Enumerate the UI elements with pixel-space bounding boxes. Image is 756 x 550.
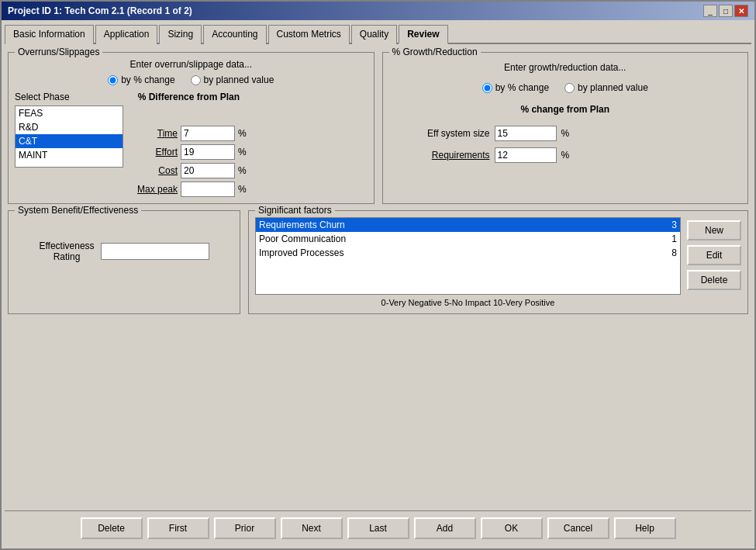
effectiveness-dropdown-wrapper (101, 243, 209, 260)
sig-item-1-name: Poor Communication (259, 233, 654, 244)
growth-radio2-label[interactable]: by planned value (564, 82, 648, 93)
growth-radio2[interactable] (564, 83, 575, 93)
tab-accounting[interactable]: Accounting (203, 25, 266, 44)
system-benefit-inner: EffectivenessRating (15, 217, 233, 285)
minimize-button[interactable]: _ (703, 5, 717, 17)
growth-radio2-text: by planned value (578, 82, 648, 93)
tab-application[interactable]: Application (95, 25, 158, 44)
phase-item-maint[interactable]: MAINT (16, 148, 123, 162)
cancel-button[interactable]: Cancel (547, 517, 609, 539)
overruns-radio2-label[interactable]: by planned value (191, 74, 274, 85)
tab-quality[interactable]: Quality (351, 25, 397, 44)
prior-button[interactable]: Prior (214, 517, 276, 539)
sig-factors-inner: Requirements Churn 3 Poor Communication … (255, 217, 741, 307)
diff-plan-label: % Difference from Plan (131, 92, 247, 102)
sig-item-2-name: Improved Processes (259, 247, 654, 258)
sig-item-2[interactable]: Improved Processes 8 (256, 246, 680, 260)
eff-system-size-label: Eff system size (405, 128, 490, 139)
growth-radio1-text: by % change (495, 82, 549, 93)
select-phase-label: Select Phase (15, 92, 123, 102)
tab-sizing[interactable]: Sizing (159, 25, 202, 44)
sig-factors-list-area: Requirements Churn 3 Poor Communication … (255, 217, 681, 307)
significant-factors-group: Significant factors Requirements Churn 3… (248, 210, 748, 314)
maxpeak-field-row: Max peak % (131, 182, 247, 197)
ok-button[interactable]: OK (481, 517, 543, 539)
tab-review[interactable]: Review (399, 25, 447, 44)
sig-item-1[interactable]: Poor Communication 1 (256, 232, 680, 246)
tab-custom-metrics[interactable]: Custom Metrics (268, 25, 350, 44)
delete-sig-button[interactable]: Delete (687, 270, 741, 290)
bottom-buttons-row: Delete First Prior Next Last Add OK Canc… (5, 510, 751, 545)
effort-input[interactable] (181, 144, 235, 160)
help-button[interactable]: Help (614, 517, 676, 539)
growth-radio1[interactable] (482, 83, 492, 93)
cost-input[interactable] (181, 163, 235, 178)
phase-item-rd[interactable]: R&D (16, 120, 123, 134)
effort-label: Effort (131, 147, 178, 157)
first-button[interactable]: First (147, 517, 209, 539)
growth-fields: Eff system size % Requirements % (389, 126, 742, 163)
requirements-label: Requirements (405, 150, 490, 161)
main-window: Project ID 1: Tech Com 2.1 (Record 1 of … (0, 0, 756, 550)
overruns-radio1-text: by % change (121, 74, 174, 85)
requirements-input[interactable] (495, 147, 557, 163)
phase-item-feas[interactable]: FEAS (16, 106, 123, 120)
sig-item-0-value: 3 (654, 220, 677, 230)
growth-group: % Growth/Reduction Enter growth/reductio… (382, 52, 749, 204)
tab-bar: Basic Information Application Sizing Acc… (5, 23, 751, 44)
time-input[interactable] (181, 126, 235, 141)
phase-list[interactable]: FEAS R&D C&T MAINT (15, 106, 123, 168)
pct-change-label: % change from Plan (389, 104, 742, 115)
effectiveness-rating-label: EffectivenessRating (39, 240, 94, 262)
main-content: Overruns/Slippages Enter overrun/slippag… (5, 49, 751, 510)
system-benefit-group: System Benefit/Effectiveness Effectivene… (8, 210, 240, 314)
sig-item-1-value: 1 (654, 233, 677, 244)
overruns-radio-row: by % change by planned value (15, 74, 368, 85)
edit-button[interactable]: Edit (687, 245, 741, 265)
top-row: Overruns/Slippages Enter overrun/slippag… (8, 52, 748, 204)
overruns-fields: Time % Effort % Cost (131, 126, 247, 197)
content-area: Basic Information Application Sizing Acc… (2, 20, 754, 548)
title-bar: Project ID 1: Tech Com 2.1 (Record 1 of … (2, 2, 754, 20)
requirements-row: Requirements % (405, 147, 742, 163)
time-label: Time (131, 128, 178, 139)
overruns-radio1[interactable] (108, 75, 118, 85)
effectiveness-rating-select[interactable] (101, 243, 209, 260)
last-button[interactable]: Last (347, 517, 409, 539)
add-button[interactable]: Add (414, 517, 476, 539)
cost-label: Cost (131, 165, 178, 176)
diff-plan-area: % Difference from Plan Time % Effort (131, 92, 247, 197)
growth-radio-row: by % change by planned value (389, 82, 742, 93)
system-benefit-label: System Benefit/Effectiveness (15, 205, 141, 216)
overruns-label: Overruns/Slippages (15, 47, 102, 57)
title-bar-controls: _ □ ✕ (703, 5, 748, 17)
eff-system-size-input[interactable] (495, 126, 557, 141)
phase-list-container: Select Phase FEAS R&D C&T MAINT (15, 92, 123, 197)
growth-radio1-label[interactable]: by % change (482, 82, 549, 93)
maximize-button[interactable]: □ (719, 5, 733, 17)
overruns-center-text: Enter overrun/slippage data... (15, 59, 368, 70)
growth-label: % Growth/Reduction (389, 47, 481, 57)
sig-item-0-name: Requirements Churn (259, 220, 654, 230)
new-button[interactable]: New (687, 220, 741, 240)
maxpeak-input[interactable] (181, 182, 235, 197)
overruns-radio2-text: by planned value (204, 74, 274, 85)
sig-buttons: New Edit Delete (687, 217, 741, 307)
growth-center-text: Enter growth/reduction data... (389, 62, 742, 73)
maxpeak-label: Max peak (131, 184, 178, 195)
phase-item-ct[interactable]: C&T (16, 134, 123, 148)
eff-system-size-percent: % (561, 128, 570, 139)
overruns-radio1-label[interactable]: by % change (108, 74, 174, 85)
sig-factors-list[interactable]: Requirements Churn 3 Poor Communication … (255, 217, 681, 295)
next-button[interactable]: Next (281, 517, 343, 539)
tab-basic-information[interactable]: Basic Information (5, 25, 94, 44)
time-percent: % (238, 128, 247, 139)
effort-percent: % (238, 147, 247, 157)
overruns-radio2[interactable] (191, 75, 201, 85)
delete-button[interactable]: Delete (81, 517, 143, 539)
close-button[interactable]: ✕ (734, 5, 748, 17)
time-field-row: Time % (131, 126, 247, 141)
sig-item-0[interactable]: Requirements Churn 3 (256, 218, 680, 232)
requirements-percent: % (561, 150, 570, 161)
sig-hint: 0-Very Negative 5-No Impact 10-Very Posi… (255, 298, 681, 307)
